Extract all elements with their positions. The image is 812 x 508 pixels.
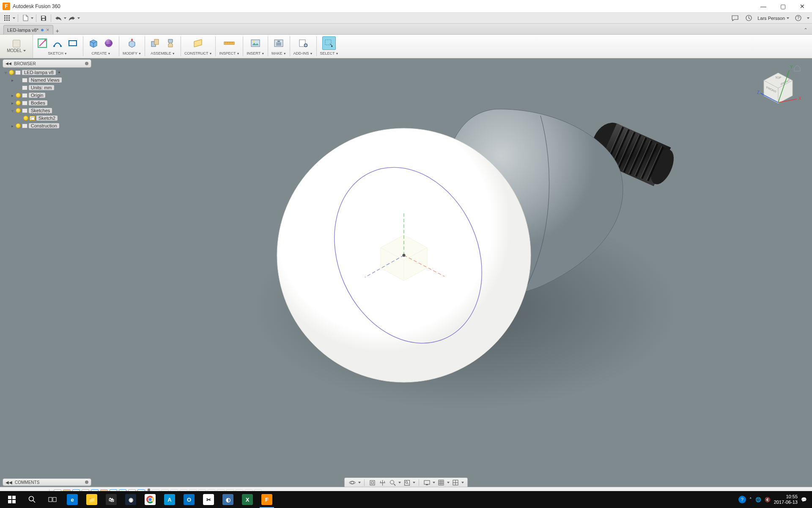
viewport[interactable]: TOP FRONT RIGHT Z X Y	[0, 58, 812, 491]
redo-dropdown-icon[interactable]	[77, 17, 80, 19]
taskbar-app-explorer[interactable]: 📁	[82, 491, 102, 508]
tray-network-icon[interactable]: 🌐	[755, 497, 761, 502]
taskbar-app-edge[interactable]: e	[63, 491, 82, 508]
action-center-icon[interactable]: 💬	[801, 497, 807, 502]
taskbar-clock[interactable]: 10:55 2017-06-13	[774, 494, 798, 505]
search-icon[interactable]	[22, 491, 42, 508]
taskbar-app-store[interactable]: 🛍	[102, 491, 121, 508]
expand-icon[interactable]: ▸	[10, 93, 14, 98]
zoom-dropdown-icon[interactable]	[398, 482, 401, 483]
save-icon[interactable]	[39, 14, 48, 23]
create-sketch-icon[interactable]	[36, 36, 49, 50]
tree-construction[interactable]: ▸ Construction	[3, 122, 91, 130]
ribbon-label-make[interactable]: MAKE▼	[272, 51, 286, 55]
minimize-button[interactable]: —	[754, 0, 773, 13]
ribbon-label-insert[interactable]: INSERT▼	[247, 51, 264, 55]
taskbar-app-chrome[interactable]	[140, 491, 160, 508]
grid-settings-icon[interactable]	[437, 478, 445, 487]
measure-icon[interactable]	[222, 36, 236, 50]
apps-grid-icon[interactable]	[3, 14, 12, 23]
user-menu[interactable]: Lars Persson	[757, 16, 789, 21]
visibility-bulb-icon[interactable]	[23, 116, 28, 121]
zoom-icon[interactable]	[388, 478, 397, 487]
taskbar-app-autodesk[interactable]: A	[160, 491, 179, 508]
look-at-icon[interactable]	[368, 478, 376, 487]
press-pull-icon[interactable]	[125, 36, 139, 50]
visibility-bulb-icon[interactable]	[16, 100, 21, 105]
task-view-icon[interactable]	[42, 491, 63, 508]
file-icon[interactable]	[21, 14, 30, 23]
comments-header[interactable]: ◀◀ COMMENTS	[3, 478, 91, 486]
job-status-icon[interactable]	[744, 14, 753, 23]
tree-bodies[interactable]: ▸ Bodies	[3, 99, 91, 107]
print-3d-icon[interactable]	[272, 36, 285, 50]
display-settings-icon[interactable]	[422, 478, 431, 487]
workspace-switcher[interactable]: MODEL	[0, 35, 33, 58]
rectangle-icon[interactable]	[66, 36, 80, 50]
expand-icon[interactable]: ▿	[10, 108, 14, 113]
ribbon-label-inspect[interactable]: INSPECT▼	[219, 51, 239, 55]
undo-icon[interactable]	[54, 14, 63, 23]
panel-options-icon[interactable]	[85, 480, 88, 484]
browser-header[interactable]: ◀◀ BROWSER	[3, 59, 91, 68]
expand-icon[interactable]: ▿	[3, 70, 8, 75]
visibility-bulb-icon[interactable]	[9, 70, 14, 75]
expand-icon[interactable]: ▸	[10, 124, 14, 128]
visibility-bulb-icon[interactable]	[16, 123, 21, 128]
taskbar-app-outlook[interactable]: O	[179, 491, 199, 508]
visibility-bulb-icon[interactable]	[16, 93, 21, 98]
help-dropdown-icon[interactable]	[807, 17, 809, 19]
collapse-ribbon-icon[interactable]: ⌃	[799, 26, 812, 34]
select-icon[interactable]	[322, 36, 336, 50]
panel-options-icon[interactable]	[85, 62, 88, 65]
redo-icon[interactable]	[67, 14, 77, 23]
tree-named-views[interactable]: ▸ Named Views	[3, 76, 91, 84]
taskbar-app-fusion[interactable]: F	[257, 491, 277, 508]
display-dropdown-icon[interactable]	[433, 482, 435, 483]
viewport-dropdown-icon[interactable]	[461, 482, 464, 483]
box-icon[interactable]	[87, 36, 100, 50]
help-icon[interactable]: ?	[793, 14, 803, 23]
plane-icon[interactable]	[192, 36, 205, 50]
fit-icon[interactable]	[403, 478, 411, 487]
scripts-icon[interactable]	[296, 36, 310, 50]
expand-icon[interactable]: ▸	[10, 78, 14, 83]
taskbar-app-misc1[interactable]: ◐	[218, 491, 238, 508]
ribbon-label-select[interactable]: SELECT▼	[320, 51, 339, 55]
viewcube[interactable]: TOP FRONT RIGHT Z X Y	[753, 63, 804, 113]
visibility-bulb-icon[interactable]	[16, 108, 21, 113]
ribbon-label-sketch[interactable]: SKETCH▼	[48, 51, 67, 55]
ribbon-label-create[interactable]: CREATE▼	[92, 51, 111, 55]
ribbon-label-addins[interactable]: ADD-INS▼	[294, 51, 313, 55]
ribbon-label-assemble[interactable]: ASSEMBLE▼	[151, 51, 175, 55]
new-tab-button[interactable]: +	[53, 28, 62, 34]
tree-root[interactable]: ▿ LED-lampa v8	[3, 69, 91, 76]
tree-origin[interactable]: ▸ Origin	[3, 91, 91, 99]
tree-sketches[interactable]: ▿ Sketches	[3, 107, 91, 114]
sphere-icon[interactable]	[102, 36, 115, 50]
joint-icon[interactable]	[164, 36, 177, 50]
decal-icon[interactable]	[249, 36, 262, 50]
maximize-button[interactable]: ▢	[773, 0, 793, 13]
apps-dropdown-icon[interactable]	[13, 17, 15, 19]
file-dropdown-icon[interactable]	[31, 17, 33, 19]
ribbon-label-construct[interactable]: CONSTRUCT▼	[184, 51, 212, 55]
new-component-icon[interactable]	[148, 36, 162, 50]
tray-volume-icon[interactable]: 🔇	[765, 497, 771, 502]
taskbar-app-steam[interactable]: ◉	[121, 491, 140, 508]
tree-sketch2[interactable]: ▸ Sketch2	[3, 114, 91, 122]
tab-close-icon[interactable]: ×	[46, 27, 49, 33]
pan-icon[interactable]	[378, 478, 387, 487]
tray-chevron-icon[interactable]: ˄	[749, 497, 752, 502]
tree-units[interactable]: ▸ Units: mm	[3, 84, 91, 91]
ribbon-label-modify[interactable]: MODIFY▼	[123, 51, 141, 55]
viewport-layout-icon[interactable]	[451, 478, 460, 487]
document-tab[interactable]: LED-lampa v8* ×	[3, 25, 53, 34]
activate-radio-icon[interactable]	[57, 70, 61, 75]
taskbar-app-snip[interactable]: ✂	[199, 491, 218, 508]
taskbar-app-excel[interactable]: X	[238, 491, 257, 508]
undo-dropdown-icon[interactable]	[64, 17, 66, 19]
fit-dropdown-icon[interactable]	[413, 482, 415, 483]
orbit-dropdown-icon[interactable]	[358, 482, 361, 483]
grid-dropdown-icon[interactable]	[447, 482, 450, 483]
